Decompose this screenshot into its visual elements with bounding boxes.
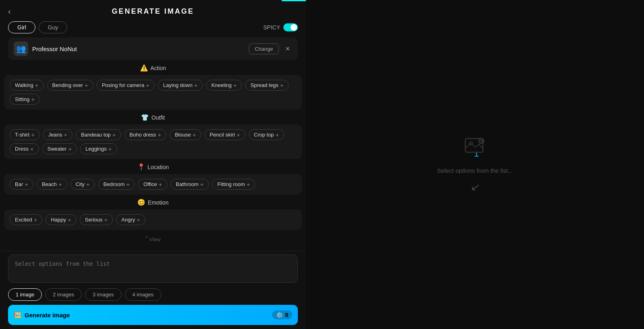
location-emoji: 📍 <box>137 163 145 171</box>
right-panel: Select options from the list... ↙ <box>306 0 644 329</box>
tag-office[interactable]: Office+ <box>138 179 167 190</box>
guy-button[interactable]: Guy <box>39 21 68 33</box>
tag-walking[interactable]: Walking+ <box>10 80 44 91</box>
scrollable-content: ⚠️ Action Walking+ Bending over+ Posing … <box>0 64 306 251</box>
tag-bathroom[interactable]: Bathroom+ <box>171 179 209 190</box>
tag-happy[interactable]: Happy+ <box>45 214 76 225</box>
character-row: 👥 Professor NoNut Change × <box>8 37 298 60</box>
coin-number: 9 <box>285 312 288 318</box>
spicy-toggle[interactable] <box>283 23 298 31</box>
tag-bending-over[interactable]: Bending over+ <box>47 80 93 91</box>
image-count-row: 1 image 2 images 3 images 4 images <box>8 288 298 301</box>
tag-bar[interactable]: Bar+ <box>10 179 33 190</box>
action-title: ⚠️ Action <box>4 64 302 72</box>
gender-buttons: Girl Guy <box>8 21 67 33</box>
view-row: " View <box>4 234 302 246</box>
location-tags: Bar+ Beach+ City+ Bedroom+ Office+ Bathr… <box>4 174 302 195</box>
spicy-label: SPICY <box>263 24 280 31</box>
arrow-icon: ↙ <box>469 180 481 194</box>
emotion-section: 😊 Emotion Excited+ Happy+ Serious+ Angry… <box>4 199 302 230</box>
tag-bandeau-top[interactable]: Bandeau top+ <box>76 129 121 140</box>
placeholder-icon <box>464 135 486 162</box>
outfit-tags: T-shirt+ Jeans+ Bandeau top+ Boho dress+… <box>4 124 302 159</box>
tag-pencil-skirt[interactable]: Pencil skirt+ <box>204 129 246 140</box>
view-label: View <box>149 236 161 242</box>
girl-button[interactable]: Girl <box>8 21 35 33</box>
tag-jeans[interactable]: Jeans+ <box>43 129 72 140</box>
outfit-title: 👕 Outfit <box>4 114 302 121</box>
emotion-title: 😊 Emotion <box>4 199 302 206</box>
placeholder-text: Select options from the list... <box>437 167 513 174</box>
tag-dress[interactable]: Dress+ <box>10 143 39 154</box>
page-title: GENERATE IMAGE <box>112 7 194 16</box>
count-1-button[interactable]: 1 image <box>8 288 42 301</box>
outfit-section: 👕 Outfit T-shirt+ Jeans+ Bandeau top+ Bo… <box>4 114 302 159</box>
emotion-emoji: 😊 <box>137 199 145 206</box>
tag-sitting[interactable]: Sitting+ <box>10 94 40 105</box>
tag-spread-legs[interactable]: Spread legs+ <box>245 80 289 91</box>
tag-leggings[interactable]: Leggings+ <box>80 143 117 154</box>
generate-icon: 🖼️ <box>14 311 21 319</box>
tag-boho-dress[interactable]: Boho dress+ <box>124 129 167 140</box>
outfit-emoji: 👕 <box>141 114 149 121</box>
action-tags: Walking+ Bending over+ Posing for camera… <box>4 75 302 110</box>
tag-blouse[interactable]: Blouse+ <box>169 129 201 140</box>
character-name: Professor NoNut <box>32 46 245 52</box>
tag-serious[interactable]: Serious+ <box>80 214 113 225</box>
coin-count: ⚙️ 9 <box>272 310 292 319</box>
action-section: ⚠️ Action Walking+ Bending over+ Posing … <box>4 64 302 110</box>
view-quotes: " <box>145 236 148 243</box>
generate-button-left: 🖼️ Generate image <box>14 311 70 319</box>
change-character-button[interactable]: Change <box>249 43 279 54</box>
location-section: 📍 Location Bar+ Beach+ City+ Bedroom+ Of… <box>4 163 302 195</box>
tag-tshirt[interactable]: T-shirt+ <box>10 129 40 140</box>
emotion-tags: Excited+ Happy+ Serious+ Angry+ <box>4 209 302 230</box>
tag-angry[interactable]: Angry+ <box>116 214 146 225</box>
tag-fitting-room[interactable]: Fitting room+ <box>212 179 255 190</box>
count-3-button[interactable]: 3 images <box>85 288 122 301</box>
gender-spicy-row: Girl Guy SPICY <box>0 20 306 37</box>
generate-label: Generate image <box>25 312 70 319</box>
tag-sweater[interactable]: Sweater+ <box>42 143 77 154</box>
tag-excited[interactable]: Excited+ <box>10 214 42 225</box>
tag-city[interactable]: City+ <box>70 179 95 190</box>
tag-crop-top[interactable]: Crop top+ <box>249 129 285 140</box>
prompt-textarea[interactable] <box>8 255 298 283</box>
toggle-knob <box>291 24 297 31</box>
tag-posing-for-camera[interactable]: Posing for camera+ <box>97 80 155 91</box>
remove-character-button[interactable]: × <box>283 44 292 54</box>
action-emoji: ⚠️ <box>140 64 148 72</box>
back-button[interactable]: ‹ <box>8 7 11 16</box>
tag-beach[interactable]: Beach+ <box>37 179 67 190</box>
bottom-section: 1 image 2 images 3 images 4 images 🖼️ Ge… <box>0 251 306 329</box>
tag-laying-down[interactable]: Laying down+ <box>158 80 203 91</box>
character-avatar: 👥 <box>14 41 28 56</box>
location-title: 📍 Location <box>4 163 302 171</box>
tag-kneeling[interactable]: Kneeling+ <box>206 80 242 91</box>
tag-bedroom[interactable]: Bedroom+ <box>98 179 135 190</box>
generate-button[interactable]: 🖼️ Generate image ⚙️ 9 <box>8 305 298 325</box>
count-4-button[interactable]: 4 images <box>125 288 161 301</box>
header: ‹ GENERATE IMAGE <box>0 0 306 20</box>
count-2-button[interactable]: 2 images <box>45 288 82 301</box>
spicy-row: SPICY <box>263 23 298 31</box>
coin-icon: ⚙️ <box>276 312 283 318</box>
